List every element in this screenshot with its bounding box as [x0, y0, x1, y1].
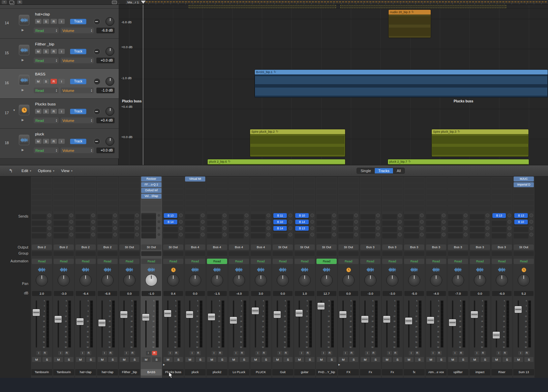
track-name[interactable]: pluck — [35, 132, 44, 136]
fader-cap[interactable] — [32, 309, 40, 316]
record-enable-button[interactable]: R — [42, 351, 48, 355]
group-slot[interactable] — [75, 251, 96, 256]
group-slot[interactable] — [163, 251, 183, 256]
volume-value[interactable]: -3.0 — [361, 291, 380, 296]
record-enable-button[interactable]: R — [51, 109, 57, 114]
track-on-button[interactable]: Track — [70, 79, 86, 84]
track-header[interactable]: 17 ▼ Plucks buss M S R I Track ▶ Read ▴▾ — [0, 99, 119, 129]
group-slot[interactable] — [316, 251, 337, 256]
fader[interactable]: 60612182430405060 — [162, 298, 184, 350]
group-slot[interactable] — [514, 251, 534, 256]
fader-cap[interactable] — [317, 302, 325, 310]
channel-strip[interactable]: St Out Read 0.0 60612182430405060 I R M … — [119, 176, 140, 378]
plugin-slots[interactable] — [207, 176, 227, 211]
mute-button[interactable]: M — [426, 357, 435, 362]
input-monitor-button[interactable]: I — [58, 139, 65, 144]
fader-cap[interactable] — [208, 313, 215, 321]
plugin-slots[interactable] — [251, 176, 271, 211]
channel-strip[interactable]: Bus 4 Read -1.5 60612182430405060 I R M … — [206, 176, 228, 378]
solo-button[interactable]: S — [481, 357, 490, 362]
channel-name[interactable]: PAD…Y_bip — [316, 369, 337, 375]
fader[interactable]: 60612182430405060 — [228, 298, 250, 350]
channel-strip[interactable]: Bus 2 Read -6.8 60612182430405060 I R M … — [97, 176, 118, 378]
output-select[interactable]: Bus 3 — [382, 244, 402, 250]
fader-cap[interactable] — [186, 311, 193, 318]
send-slots[interactable] — [470, 213, 485, 238]
volume-value[interactable]: -6.0 — [492, 291, 512, 296]
send-slots[interactable] — [185, 213, 200, 238]
input-monitor-button[interactable]: I — [365, 351, 370, 355]
volume-value[interactable]: 3.0 — [251, 291, 271, 296]
solo-button[interactable]: S — [393, 357, 402, 362]
fader[interactable]: 60612182430405060 — [403, 298, 425, 350]
mute-button[interactable]: M — [35, 109, 41, 114]
output-select[interactable]: Bus 4 — [251, 244, 271, 250]
sends-section[interactable] — [382, 213, 403, 240]
fader-cap[interactable] — [76, 318, 84, 325]
track-on-button[interactable]: Track — [70, 19, 86, 24]
record-enable-button[interactable]: R — [305, 351, 310, 355]
pan-knob[interactable] — [496, 274, 508, 286]
channel-strip[interactable]: B 13B 14 St Out Read 0.4 606121824304050… — [162, 176, 184, 378]
volume-value[interactable]: 5.2 — [514, 291, 534, 296]
solo-button[interactable]: S — [152, 357, 161, 362]
plugin-slots[interactable] — [32, 176, 52, 211]
record-enable-button[interactable]: R — [371, 351, 376, 355]
automation-mode-button[interactable]: Read — [514, 259, 534, 264]
channel-name[interactable]: Tambourin — [31, 369, 52, 375]
input-monitor-button[interactable]: I — [496, 351, 501, 355]
record-enable-button[interactable]: R — [152, 351, 157, 355]
plugin-slots[interactable] — [404, 176, 424, 211]
sends-section[interactable]: B 13B 10 — [514, 213, 535, 240]
record-enable-button[interactable]: R — [196, 351, 201, 355]
input-monitor-button[interactable]: I — [58, 49, 65, 54]
channel-strip[interactable]: Bus 3 Read -3.0 60612182430405060 I R M … — [382, 176, 403, 378]
sends-section[interactable] — [229, 213, 250, 240]
sends-section[interactable]: B 13B 14 — [163, 213, 184, 240]
output-select[interactable]: Bus 2 — [97, 244, 118, 250]
record-enable-button[interactable]: R — [130, 351, 135, 355]
volume-value[interactable]: 0.0 — [185, 291, 205, 296]
solo-button[interactable]: S — [42, 357, 52, 362]
channel-strip[interactable]: MJUCImperial D B 13B 10 St Out Read 5.2 … — [513, 176, 535, 378]
record-enable-button[interactable]: R — [481, 351, 486, 355]
sends-section[interactable] — [426, 213, 447, 240]
channel-strip[interactable]: Bus 2 Read 2.0 60612182430405060 I R M S — [31, 176, 53, 378]
solo-button[interactable]: S — [43, 109, 49, 114]
fader-cap[interactable] — [361, 316, 369, 323]
channel-strip[interactable]: Virtual MI Bus 4 Read 0.0 60612182430405… — [184, 176, 206, 378]
channel-name[interactable]: PLUCK — [250, 369, 271, 375]
mute-button[interactable]: M — [35, 139, 41, 144]
automation-mode-button[interactable]: Read — [75, 259, 96, 264]
volume-value[interactable]: -1.0 — [142, 291, 161, 296]
sends-section[interactable] — [97, 213, 118, 240]
solo-button[interactable]: S — [64, 357, 73, 362]
mute-button[interactable]: M — [76, 357, 85, 362]
group-slot[interactable] — [492, 251, 512, 256]
channel-name[interactable]: Lo PLuck — [229, 369, 249, 375]
record-enable-button[interactable]: R — [437, 351, 442, 355]
plugin-slots[interactable] — [229, 176, 249, 211]
track-header[interactable]: 14 ▼ hat+clap M S R I Track ▶ Read ▴▾ — [0, 9, 119, 39]
plugin-slots[interactable] — [163, 176, 183, 211]
pan-knob[interactable] — [321, 274, 333, 286]
track-name[interactable]: hat+clap — [35, 12, 50, 16]
group-slot[interactable] — [404, 251, 424, 256]
input-monitor-button[interactable]: I — [58, 79, 65, 84]
input-monitor-button[interactable]: I — [58, 19, 65, 24]
pan-knob[interactable] — [145, 274, 157, 286]
pan-knob[interactable] — [211, 274, 223, 286]
volume-value[interactable]: -4.0 — [426, 291, 446, 296]
solo-button[interactable]: S — [218, 357, 227, 362]
audio-region[interactable]: pluck 2_bip.6 ↻ — [207, 159, 345, 165]
sends-section[interactable] — [338, 213, 359, 240]
solo-button[interactable]: S — [415, 357, 424, 362]
channel-name[interactable]: Guit — [272, 369, 293, 375]
record-enable-button[interactable]: R — [283, 351, 288, 355]
group-slot[interactable] — [207, 251, 227, 256]
automation-disclosure-icon[interactable]: ▶ — [22, 148, 24, 152]
automation-mode-button[interactable]: Read — [404, 259, 424, 264]
output-select[interactable]: Bus 4 — [185, 244, 205, 250]
plugin-slot[interactable]: Virtual MI — [185, 176, 205, 182]
track-volume-value[interactable]: +0.4 dB — [96, 118, 115, 123]
